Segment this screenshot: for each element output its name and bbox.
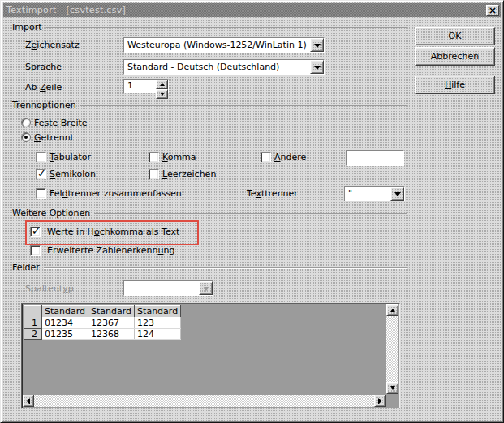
quoted-as-text-checkbox[interactable]: [30, 227, 41, 237]
arrow-right-icon: [378, 398, 385, 404]
group-import-line: [46, 27, 407, 28]
cancel-button-label: Abbrechen: [431, 51, 479, 62]
separated-radio-row[interactable]: Getrennt: [21, 132, 74, 143]
group-import-label: Import: [12, 22, 42, 32]
arrow-down-icon: [390, 386, 395, 392]
cancel-button[interactable]: Abbrechen: [415, 47, 495, 66]
language-dropdown-button[interactable]: [310, 60, 324, 74]
from-row-input[interactable]: 1: [123, 79, 169, 93]
detect-numbers-checkbox-row[interactable]: Erweiterte Zahlenerkennung: [30, 244, 174, 256]
from-row-spinner: [156, 80, 168, 93]
spin-down-button[interactable]: [156, 89, 168, 99]
row-header[interactable]: 2: [24, 329, 42, 340]
preview-header-row: Standard Standard Standard: [24, 306, 181, 317]
scroll-right-button[interactable]: [374, 395, 386, 407]
tabulator-label: Tabulator: [50, 152, 91, 162]
group-fields: Felder: [12, 262, 407, 273]
space-checkbox[interactable]: [149, 169, 159, 179]
text-delimiter-select[interactable]: ": [344, 186, 405, 201]
column-header[interactable]: Standard: [135, 306, 181, 317]
scroll-down-button[interactable]: [386, 382, 398, 394]
semicolon-checkbox[interactable]: [36, 169, 46, 179]
merge-delimiters-checkbox[interactable]: [36, 188, 46, 199]
group-fields-line: [44, 267, 407, 269]
arrow-up-icon: [390, 306, 395, 312]
text-delimiter-label: Texttrenner: [247, 188, 298, 199]
charset-dropdown-button[interactable]: [310, 38, 324, 52]
space-checkbox-row[interactable]: Leerzeichen: [149, 168, 216, 179]
ok-button[interactable]: OK: [415, 27, 495, 45]
text-delimiter-value: ": [345, 187, 390, 201]
other-separator-input[interactable]: [346, 150, 404, 166]
column-header[interactable]: Standard: [42, 306, 88, 317]
table-cell: 01234: [42, 317, 88, 329]
group-other-options-line: [94, 213, 407, 214]
group-other-options-label: Weitere Optionen: [12, 208, 90, 218]
charset-select[interactable]: Westeuropa (Windows-1252/WinLatin 1): [123, 37, 325, 53]
space-label: Leerzeichen: [162, 169, 216, 179]
group-other-options: Weitere Optionen: [12, 208, 407, 218]
detect-numbers-label: Erweiterte Zahlenerkennung: [47, 245, 174, 256]
help-button[interactable]: Hilfe: [415, 76, 495, 94]
group-separator-options-label: Trennoptionen: [12, 100, 76, 110]
comma-checkbox-row[interactable]: Komma: [149, 151, 196, 162]
tabulator-checkbox[interactable]: [36, 152, 46, 162]
chevron-down-icon: [314, 66, 321, 73]
from-row-label: Ab Zeile: [25, 82, 62, 93]
ok-button-label: OK: [449, 31, 462, 41]
column-type-label: Spaltentyp: [25, 283, 74, 294]
charset-label: Zeichensatz: [25, 40, 80, 50]
separated-radio[interactable]: [21, 132, 31, 142]
column-type-dropdown-button: [199, 281, 213, 295]
preview-panel: Standard Standard Standard 1 01234 12367…: [21, 303, 400, 408]
table-cell: 01235: [42, 329, 88, 340]
separated-label: Getrennt: [34, 132, 74, 143]
other-checkbox[interactable]: [261, 152, 271, 162]
other-checkbox-row[interactable]: Andere: [261, 151, 306, 162]
tabulator-checkbox-row[interactable]: Tabulator: [36, 151, 91, 162]
arrow-up-icon: [160, 80, 165, 86]
column-type-value: [124, 281, 199, 295]
title-bar[interactable]: Textimport - [csvtest.csv] ×: [3, 3, 501, 17]
arrow-left-icon: [24, 398, 30, 404]
language-select[interactable]: Standard - Deutsch (Deutschland): [123, 59, 325, 75]
merge-delimiters-label: Feldtrenner zusammenfassen: [50, 188, 182, 199]
table-cell: 123: [135, 317, 181, 329]
table-cell: 12367: [88, 317, 135, 329]
comma-checkbox[interactable]: [149, 152, 159, 162]
other-separator-value: [347, 151, 403, 165]
language-value: Standard - Deutsch (Deutschland): [124, 60, 310, 74]
merge-delimiters-checkbox-row[interactable]: Feldtrenner zusammenfassen: [36, 188, 182, 199]
help-button-label: Hilfe: [445, 80, 465, 90]
chevron-down-icon: [203, 287, 209, 294]
scroll-left-button[interactable]: [23, 395, 34, 407]
detect-numbers-checkbox[interactable]: [30, 245, 41, 256]
other-label: Andere: [274, 152, 306, 162]
table-cell: 124: [135, 329, 181, 340]
group-fields-label: Felder: [12, 262, 40, 273]
preview-table: Standard Standard Standard 1 01234 12367…: [24, 305, 181, 340]
column-header[interactable]: Standard: [88, 306, 135, 317]
charset-value: Westeuropa (Windows-1252/WinLatin 1): [124, 38, 310, 52]
text-delimiter-dropdown-button[interactable]: [390, 187, 404, 201]
fixed-width-radio[interactable]: [21, 118, 31, 127]
language-label: Sprache: [25, 62, 62, 72]
quoted-as-text-checkbox-row[interactable]: Werte in Hochkomma als Text: [30, 226, 179, 237]
textimport-dialog: Textimport - [csvtest.csv] × Import Zeic…: [0, 0, 504, 423]
scroll-up-button[interactable]: [386, 304, 398, 316]
corner-header-cell[interactable]: [24, 306, 42, 317]
table-row: 1 01234 12367 123: [24, 317, 181, 329]
column-type-select: [123, 280, 213, 296]
arrow-down-icon: [160, 93, 165, 98]
semicolon-checkbox-row[interactable]: Semikolon: [36, 168, 96, 179]
close-button[interactable]: ×: [486, 5, 499, 16]
table-row: 2 01235 12368 124: [24, 329, 181, 340]
comma-label: Komma: [162, 152, 196, 162]
spin-up-button[interactable]: [156, 80, 168, 89]
vertical-scrollbar[interactable]: [386, 304, 398, 394]
group-import: Import: [12, 22, 407, 32]
row-header[interactable]: 1: [24, 317, 42, 329]
horizontal-scrollbar[interactable]: [23, 395, 386, 407]
fixed-width-radio-row[interactable]: Feste Breite: [21, 117, 88, 128]
group-separator-line: [80, 105, 407, 106]
